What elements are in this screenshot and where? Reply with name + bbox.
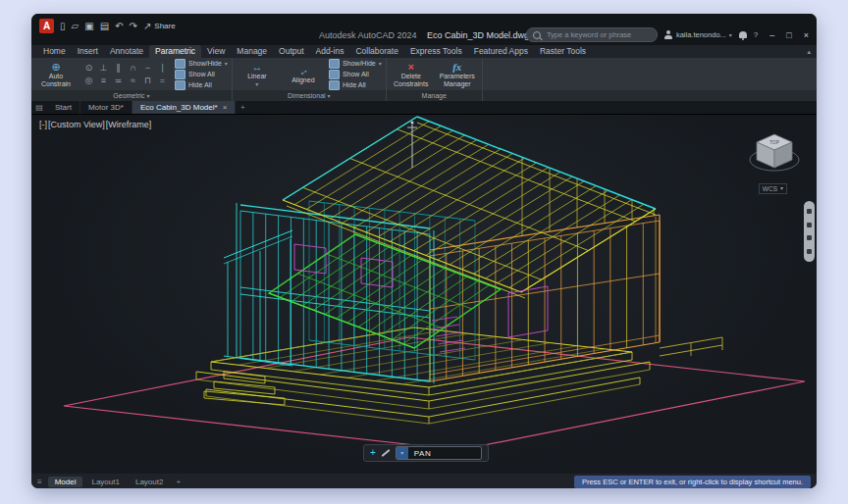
layout-tab-layout2[interactable]: Layout2 [129, 477, 170, 487]
aligned-dimension-button[interactable]: ↔ Aligned [283, 65, 324, 84]
panel-label-geometric[interactable]: Geometric ▾ [31, 90, 232, 101]
undo-button[interactable]: ↶ [115, 21, 123, 32]
panel-geometric: ⊕ Auto Constrain ⊙⊥∥∩−∣◎≡≃≈⊓= Show/Hide … [31, 58, 233, 101]
file-tab-label: Eco Cabin_3D Model* [140, 101, 218, 114]
linear-label: Linear [237, 73, 278, 80]
chevron-down-icon: ▾ [780, 184, 783, 193]
share-button[interactable]: ↗ Share [143, 21, 176, 32]
geometric-show-all-button[interactable]: Show All [175, 70, 228, 79]
pencil-icon [381, 449, 390, 457]
constraint-coincident-icon[interactable]: ⊙ [81, 62, 96, 75]
wireframe-canvas[interactable] [31, 115, 817, 474]
search-box[interactable] [526, 27, 658, 42]
file-tab-start[interactable]: Start [47, 101, 80, 114]
ribbon-tab-manage[interactable]: Manage [231, 45, 273, 58]
search-icon [533, 31, 541, 39]
linear-dimension-button[interactable]: ↔ Linear ▾ [237, 61, 278, 87]
title-bar: A ▯ ▱ ▣ ▤ ↶ ↷ ↗ Share Autodesk AutoCAD 2… [31, 14, 817, 45]
chevron-down-icon: ▾ [729, 31, 732, 38]
ribbon-tab-home[interactable]: Home [37, 45, 72, 58]
constraint-symmetric-icon[interactable]: ≃ [111, 75, 126, 87]
layout-tab-model[interactable]: Model [48, 477, 83, 487]
close-icon[interactable]: × [223, 101, 228, 114]
ribbon-tab-parametric[interactable]: Parametric [149, 45, 201, 58]
viewport-menu-control[interactable]: [-] [39, 120, 47, 129]
delete-constraints-label: Delete Constraints [391, 73, 432, 88]
parameters-manager-icon: fx [452, 61, 461, 73]
viewport-style-control[interactable]: [Wireframe] [106, 120, 152, 129]
notification-bell-icon[interactable] [739, 31, 747, 38]
geometric-show-hide-button[interactable]: Show/Hide ▾ [175, 59, 228, 69]
constraint-tangent-icon[interactable]: ∩ [126, 62, 140, 75]
ribbon-tab-view[interactable]: View [201, 45, 231, 58]
hide-all-label: Hide All [343, 81, 366, 88]
redo-button[interactable]: ↷ [130, 21, 137, 32]
ribbon-collapse-button[interactable]: ▴ [807, 45, 811, 58]
ribbon-tab-output[interactable]: Output [273, 45, 310, 58]
layout-tab-layout1[interactable]: Layout1 [84, 477, 126, 487]
panel-label-dimensional[interactable]: Dimensional ▾ [233, 90, 386, 101]
viewport[interactable]: [-] [Custom View] [Wireframe] TOP WCS ▾ … [31, 115, 817, 474]
add-layout-button[interactable]: + [172, 478, 185, 486]
user-account[interactable]: kaila.tenondo... ▾ [664, 30, 732, 39]
constraint-fix-icon[interactable]: ⊓ [140, 75, 155, 87]
constraint-perpendicular-icon[interactable]: ⊥ [96, 62, 111, 75]
crosshair-icon: + [370, 448, 376, 458]
new-file-button[interactable]: ▯ [60, 21, 66, 32]
delete-constraints-button[interactable]: × Delete Constraints [391, 61, 432, 88]
autocad-logo[interactable]: A [39, 19, 54, 33]
ribbon-tab-insert[interactable]: Insert [72, 45, 104, 58]
wcs-selector[interactable]: WCS ▾ [759, 183, 787, 194]
save-button[interactable]: ▣ [84, 21, 93, 32]
viewcube[interactable]: TOP [748, 130, 801, 179]
linear-dimension-icon: ↔ [251, 61, 262, 73]
chevron-down-icon[interactable]: ▾ [397, 447, 408, 459]
roof-frame [283, 117, 656, 298]
viewport-controls: [-] [Custom View] [Wireframe] [39, 120, 151, 129]
file-tabs-menu-button[interactable]: ▤ [31, 101, 47, 114]
status-menu-button[interactable]: ≡ [37, 478, 42, 486]
command-bar[interactable]: + ▾ PAN [363, 444, 489, 462]
minimize-button[interactable]: – [769, 30, 774, 40]
parameters-manager-button[interactable]: fx Parameters Manager [437, 61, 478, 88]
share-icon: ↗ [143, 21, 151, 32]
file-tab-eco-cabin[interactable]: Eco Cabin_3D Model* × [132, 101, 236, 114]
constraint-collinear-icon[interactable]: ≡ [96, 75, 111, 87]
ribbon-tab-raster-tools[interactable]: Raster Tools [534, 45, 592, 58]
help-button[interactable]: ? [754, 30, 758, 39]
ribbon-tab-add-ins[interactable]: Add-ins [310, 45, 350, 58]
panel-label-manage[interactable]: Manage [387, 90, 482, 101]
command-field[interactable]: ▾ PAN [396, 446, 482, 460]
ribbon-tab-collaborate[interactable]: Collaborate [349, 45, 403, 58]
constraint-smooth-icon[interactable]: ≈ [126, 75, 140, 87]
dimensional-hide-all-button[interactable]: Hide All [329, 80, 382, 90]
new-tab-button[interactable]: + [236, 101, 249, 114]
ribbon-tab-express-tools[interactable]: Express Tools [404, 45, 468, 58]
dimensional-show-all-button[interactable]: Show All [329, 70, 382, 79]
chevron-down-icon: ▾ [255, 80, 258, 87]
file-tab-motor-3d[interactable]: Motor 3D* [80, 101, 132, 114]
show-all-label: Show All [343, 71, 369, 77]
dimensional-show-hide-button[interactable]: Show/Hide ▾ [329, 59, 382, 69]
right-wall-frame [430, 157, 722, 381]
print-button[interactable]: ▤ [100, 21, 109, 32]
open-file-button[interactable]: ▱ [72, 21, 80, 32]
auto-constrain-button[interactable]: ⊕ Auto Constrain [35, 61, 77, 88]
navigation-bar[interactable] [804, 201, 815, 262]
constraint-vertical-icon[interactable]: ∣ [155, 62, 170, 75]
constraint-concentric-icon[interactable]: ◎ [81, 75, 96, 87]
constraint-parallel-icon[interactable]: ∥ [111, 62, 126, 75]
share-label: Share [154, 22, 175, 30]
vent-pipe [407, 122, 417, 169]
close-button[interactable]: × [804, 30, 809, 40]
file-name: Eco Cabin_3D Model.dwg [427, 30, 529, 40]
constraint-equal-icon[interactable]: = [155, 75, 170, 87]
geometric-hide-all-button[interactable]: Hide All [175, 80, 228, 90]
constraint-horizontal-icon[interactable]: − [140, 62, 155, 75]
maximize-button[interactable]: □ [786, 30, 791, 40]
show-all-label: Show All [188, 71, 215, 77]
search-input[interactable] [545, 29, 651, 40]
viewport-view-control[interactable]: [Custom View] [48, 120, 105, 129]
ribbon-tab-featured-apps[interactable]: Featured Apps [468, 45, 534, 58]
ribbon-tab-annotate[interactable]: Annotate [104, 45, 149, 58]
